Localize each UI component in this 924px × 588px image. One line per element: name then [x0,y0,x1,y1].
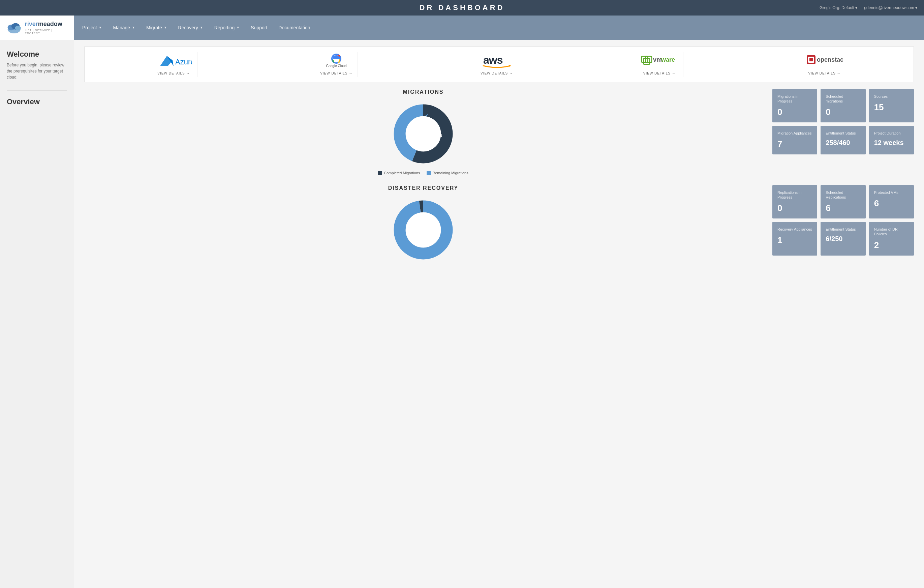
nav-migrate[interactable]: Migrate ▼ [142,20,172,36]
svg-text:openstack.: openstack. [817,56,843,63]
openstack-svg: openstack. [806,54,843,69]
svg-rect-25 [427,171,431,175]
stat-dr-policies: Number of DR Policies 2 [869,222,914,256]
project-chevron: ▼ [99,26,102,29]
main-content: Welcome Before you begin, please review … [0,40,924,588]
stat-label-rip: Replications in Progress [777,190,812,200]
org-selector[interactable]: Greg's Org: Default ▾ [820,5,857,10]
legend-remaining: Remaining Migrations [427,171,468,175]
content-area: Azure VIEW DETAILS → Google Cloud [74,40,924,588]
aws-logo: aws [482,54,512,69]
user-menu[interactable]: gdennis@rivermeadow.com ▾ [864,5,917,10]
azure-svg: Azure [155,54,192,68]
dr-donut: 244 [389,196,457,264]
disaster-recovery-section: DISASTER RECOVERY 244 Replications i [84,185,914,264]
nav-manage[interactable]: Manage ▼ [108,20,140,36]
stat-label-es: Entitlement Status [826,131,860,135]
stat-value-src: 15 [874,102,909,112]
stat-label-pv: Protected VMs [874,190,909,195]
svg-point-28 [406,212,441,248]
stat-entitlement-status: Entitlement Status 258/460 [820,126,865,154]
cloud-provider-openstack[interactable]: openstack. VIEW DETAILS → [801,52,848,77]
cloud-provider-aws[interactable]: aws VIEW DETAILS → [475,52,518,77]
stat-value-rip: 0 [777,203,812,213]
stat-value-sm: 0 [826,107,860,117]
stat-value-drp: 2 [874,240,909,251]
stat-label-pd: Project Duration [874,131,909,135]
stat-value-pd: 12 weeks [874,139,909,147]
stat-value-mip: 0 [777,107,812,117]
welcome-subtitle: Before you begin, please review the prer… [7,62,67,80]
logo-river: river [25,21,38,27]
top-bar-right: Greg's Org: Default ▾ gdennis@rivermeado… [820,5,917,10]
cloud-provider-google[interactable]: Google Cloud VIEW DETAILS → [315,52,358,77]
top-bar: DR DASHBOARD Greg's Org: Default ▾ gdenn… [0,0,924,15]
manage-chevron: ▼ [132,26,135,29]
stat-label-drp: Number of DR Policies [874,227,909,237]
nav-bar: rivermeadow LIFT | OPTIMIZE | PROTECT Pr… [0,15,924,40]
svg-text:aws: aws [483,54,503,66]
svg-rect-10 [642,56,648,63]
stat-value-des: 6/250 [826,235,860,243]
stat-value-pv: 6 [874,198,909,209]
svg-marker-9 [509,65,511,67]
nav-items: Project ▼ Manage ▼ Migrate ▼ Recovery ▼ … [74,20,924,36]
remaining-label: Remaining Migrations [432,171,468,175]
svg-text:202: 202 [411,133,418,138]
stat-project-duration: Project Duration 12 weeks [869,126,914,154]
legend-completed: Completed Migrations [378,171,420,175]
migrations-chart-area: MIGRATIONS 202 258 [84,89,762,175]
openstack-view-details[interactable]: VIEW DETAILS → [808,71,841,75]
svg-text:258: 258 [435,133,442,138]
dr-donut-svg: 244 [389,196,457,264]
dr-chart-area: DISASTER RECOVERY 244 [84,185,762,264]
nav-documentation[interactable]: Documentation [274,20,315,36]
nav-project[interactable]: Project ▼ [78,20,107,36]
google-view-details[interactable]: VIEW DETAILS → [320,71,353,75]
nav-support[interactable]: Support [246,20,272,36]
sidebar: Welcome Before you begin, please review … [0,40,74,588]
azure-view-details[interactable]: VIEW DETAILS → [157,71,190,75]
stat-label-src: Sources [874,94,909,99]
cloud-provider-azure[interactable]: Azure VIEW DETAILS → [150,52,198,77]
logo-text: rivermeadow LIFT | OPTIMIZE | PROTECT [25,21,68,35]
aws-view-details[interactable]: VIEW DETAILS → [480,71,513,75]
stat-label-sr: Scheduled Replications [826,190,860,200]
remaining-legend-icon [427,171,431,175]
vmware-svg: vm ware [641,54,678,69]
azure-logo: Azure [155,54,192,69]
stat-recovery-appliances: Recovery Appliances 1 [772,222,817,256]
google-logo: Google Cloud [323,54,350,69]
stat-value-sr: 6 [826,203,860,213]
svg-rect-11 [644,58,650,64]
vmware-view-details[interactable]: VIEW DETAILS → [643,71,676,75]
cloud-provider-vmware[interactable]: vm ware VIEW DETAILS → [636,52,683,77]
stat-label-ra: Recovery Appliances [777,227,812,231]
stat-value-ma: 7 [777,139,812,149]
welcome-title: Welcome [7,50,67,59]
stat-replications-in-progress: Replications in Progress 0 [772,185,817,219]
logo-area: rivermeadow LIFT | OPTIMIZE | PROTECT [0,15,74,40]
aws-svg: aws [482,54,512,69]
svg-text:244: 244 [417,231,425,236]
google-svg: Google Cloud [323,54,350,69]
svg-rect-24 [378,171,382,175]
svg-point-3 [15,26,21,30]
overview-title: Overview [7,97,67,106]
stat-protected-vms: Protected VMs 6 [869,185,914,219]
dr-stats-grid: Replications in Progress 0 Scheduled Rep… [772,185,914,256]
nav-recovery[interactable]: Recovery ▼ [173,20,208,36]
stat-scheduled-migrations: Scheduled migrations 0 [820,89,865,123]
svg-text:Google Cloud: Google Cloud [326,64,347,68]
nav-reporting[interactable]: Reporting ▼ [210,20,245,36]
migrations-chart-title: MIGRATIONS [403,89,444,95]
stat-label-ma: Migration Appliances [777,131,812,135]
svg-text:vm: vm [653,56,662,63]
svg-text:ware: ware [661,56,675,63]
stat-value-ra: 1 [777,235,812,246]
svg-text:Azure: Azure [175,58,192,66]
stat-scheduled-replications: Scheduled Replications 6 [820,185,865,219]
migrations-donut-svg: 202 258 [389,100,457,168]
svg-rect-12 [646,56,652,63]
logo-icon [7,21,21,35]
